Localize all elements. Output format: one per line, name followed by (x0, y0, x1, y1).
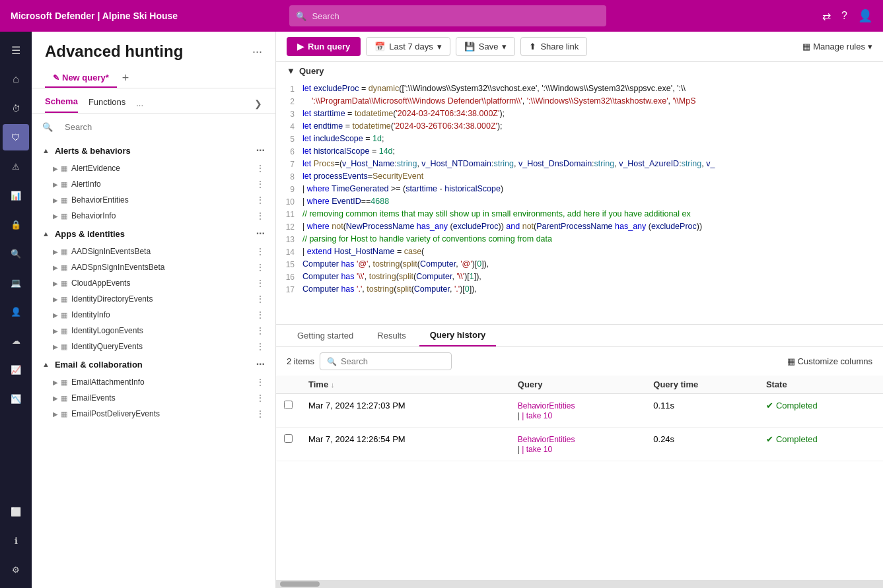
info-icon[interactable]: ℹ (3, 527, 29, 554)
table-row[interactable]: ▶ ▦ EmailEvents ⋮ (32, 390, 275, 406)
tab-functions[interactable]: Functions (88, 94, 125, 112)
row-checkbox-cell[interactable] (276, 428, 300, 461)
row-more-icon[interactable]: ⋮ (256, 377, 265, 387)
row-more-icon[interactable]: ⋮ (256, 278, 265, 288)
apps-chevron-icon: ▲ (42, 230, 50, 238)
table-row[interactable]: ▶ ▦ AlertEvidence ⋮ (32, 160, 275, 176)
help-icon[interactable]: ? (841, 10, 847, 22)
alerts-section-header[interactable]: ▲ Alerts & behaviors ··· (32, 141, 275, 160)
cloud-icon[interactable]: ☁ (3, 327, 29, 354)
manage-rules-button[interactable]: ▦ Manage rules ▾ (802, 42, 872, 51)
customize-columns-button[interactable]: ▦ Customize columns (787, 356, 872, 366)
hunt-icon[interactable]: 🔍 (3, 240, 29, 267)
email-section-header[interactable]: ▲ Email & collaboration ··· (32, 354, 275, 374)
row-more-icon[interactable]: ⋮ (256, 393, 265, 403)
shield-nav-icon[interactable]: 🛡 (3, 124, 29, 150)
tab-getting-started[interactable]: Getting started (287, 325, 364, 346)
add-tab-button[interactable]: + (120, 69, 132, 88)
last7days-button[interactable]: 📅 Last 7 days ▾ (366, 37, 450, 56)
table-row[interactable]: ▶ ▦ AADSignInEventsBeta ⋮ (32, 244, 275, 259)
table-row[interactable]: ▶ ▦ EmailAttachmentInfo ⋮ (32, 374, 275, 390)
query-header[interactable]: ▼ Query (276, 62, 883, 80)
row-checkbox[interactable] (284, 401, 293, 409)
table-row[interactable]: Mar 7, 2024 12:27:03 PM BehaviorEntities… (276, 394, 883, 428)
schema-collapse-button[interactable]: ❯ (254, 98, 262, 109)
results-area: 2 items 🔍 ▦ Customize columns (276, 347, 883, 580)
save-button[interactable]: 💾 Save ▾ (456, 37, 516, 56)
row-more-icon[interactable]: ⋮ (256, 341, 265, 352)
tab-query-history[interactable]: Query history (419, 325, 497, 346)
global-search-input[interactable] (312, 11, 600, 21)
table-row[interactable]: ▶ ▦ IdentityLogonEvents ⋮ (32, 323, 275, 339)
table-icon: ▦ (61, 212, 67, 220)
partners-icon[interactable]: ⬜ (3, 498, 29, 525)
email-section-more-icon[interactable]: ··· (256, 358, 265, 370)
results-search-box[interactable]: 🔍 (320, 352, 452, 370)
row-more-icon[interactable]: ⋮ (256, 310, 265, 320)
row-more-icon[interactable]: ⋮ (256, 179, 265, 189)
new-query-tab[interactable]: ✎ New query* (45, 69, 117, 88)
schema-panel: Advanced hunting ··· ✎ New query* + Sche… (32, 32, 276, 588)
row-more-icon[interactable]: ⋮ (256, 262, 265, 273)
table-row[interactable]: ▶ ▦ CloudAppEvents ⋮ (32, 275, 275, 291)
icon-sidebar: ☰ ⌂ ⏱ 🛡 ⚠ 📊 🔒 🔍 💻 👤 ☁ 📈 📉 ⬜ ℹ ⚙ (0, 32, 32, 588)
time-cell: Mar 7, 2024 12:26:54 PM (300, 428, 510, 461)
state-column-header[interactable]: State (758, 376, 883, 394)
table-row[interactable]: ▶ ▦ AADSpnSignInEventsBeta ⋮ (32, 259, 275, 275)
querytime-cell: 0.11s (645, 394, 758, 428)
table-row[interactable]: ▶ ▦ EmailPostDeliveryEvents ⋮ (32, 406, 275, 422)
row-more-icon[interactable]: ⋮ (256, 195, 265, 205)
user-icon[interactable]: 👤 (858, 9, 872, 23)
table-row[interactable]: ▶ ▦ BehaviorEntities ⋮ (32, 192, 275, 208)
table-row[interactable]: ▶ ▦ BehaviorInfo ⋮ (32, 208, 275, 224)
code-line: 7 let Procs=(v_Host_Name:string, v_Host_… (276, 158, 883, 170)
schema-search-input[interactable] (58, 119, 265, 135)
query-editor[interactable]: 1 let excludeProc = dynamic([':\\Windows… (276, 80, 883, 324)
row-checkbox[interactable] (284, 434, 293, 443)
users-nav-icon[interactable]: 👤 (3, 298, 29, 325)
share-icon[interactable]: ⇄ (822, 10, 831, 22)
devices-icon[interactable]: 💻 (3, 269, 29, 296)
results-search-input[interactable] (341, 356, 444, 366)
clock-icon[interactable]: ⏱ (3, 95, 29, 121)
alerts-section-more-icon[interactable]: ··· (256, 145, 265, 156)
horizontal-scrollbar[interactable] (276, 580, 883, 588)
incident-icon[interactable]: ⚠ (3, 153, 29, 180)
table-row[interactable]: ▶ ▦ IdentityQueryEvents ⋮ (32, 339, 275, 354)
table-row[interactable]: ▶ ▦ IdentityInfo ⋮ (32, 307, 275, 323)
query-section: ▼ Query 1 let excludeProc = dynamic([':\… (276, 62, 883, 325)
security-posture-icon[interactable]: 🔒 (3, 211, 29, 238)
home-icon[interactable]: ⌂ (3, 66, 29, 92)
reports-icon[interactable]: 📊 (3, 182, 29, 209)
table-icon: ▦ (61, 327, 67, 335)
share-link-button[interactable]: ⬆ Share link (520, 37, 587, 56)
scrollbar-thumb[interactable] (280, 581, 320, 587)
query-column-header[interactable]: Query (510, 376, 645, 394)
row-more-icon[interactable]: ⋮ (256, 294, 265, 304)
row-more-icon[interactable]: ⋮ (256, 163, 265, 174)
alerts-chevron-icon: ▲ (42, 147, 50, 154)
table-row[interactable]: ▶ ▦ AlertInfo ⋮ (32, 176, 275, 192)
settings-icon[interactable]: ⚙ (3, 556, 29, 583)
querytime-column-header[interactable]: Query time (645, 376, 758, 394)
page-menu-icon[interactable]: ··· (252, 45, 262, 59)
graph-icon[interactable]: 📉 (3, 385, 29, 412)
table-row[interactable]: ▶ ▦ IdentityDirectoryEvents ⋮ (32, 291, 275, 307)
row-more-icon[interactable]: ⋮ (256, 325, 265, 336)
row-more-icon[interactable]: ⋮ (256, 408, 265, 419)
time-column-header[interactable]: Time ↓ (300, 376, 510, 394)
tab-schema[interactable]: Schema (45, 94, 78, 113)
row-checkbox-cell[interactable] (276, 394, 300, 428)
table-row[interactable]: Mar 7, 2024 12:26:54 PM BehaviorEntities… (276, 428, 883, 461)
row-more-icon[interactable]: ⋮ (256, 211, 265, 221)
tab-results[interactable]: Results (367, 325, 416, 346)
apps-section-more-icon[interactable]: ··· (256, 228, 265, 240)
run-query-button[interactable]: ▶ Run query (287, 37, 361, 56)
apps-section-header[interactable]: ▲ Apps & identities ··· (32, 224, 275, 244)
columns-icon: ▦ (787, 356, 795, 366)
schema-tab-more[interactable]: ... (136, 98, 143, 108)
menu-icon[interactable]: ☰ (3, 37, 29, 63)
row-more-icon[interactable]: ⋮ (256, 246, 265, 257)
global-search-box[interactable]: 🔍 (289, 5, 606, 26)
analytics-icon[interactable]: 📈 (3, 356, 29, 383)
